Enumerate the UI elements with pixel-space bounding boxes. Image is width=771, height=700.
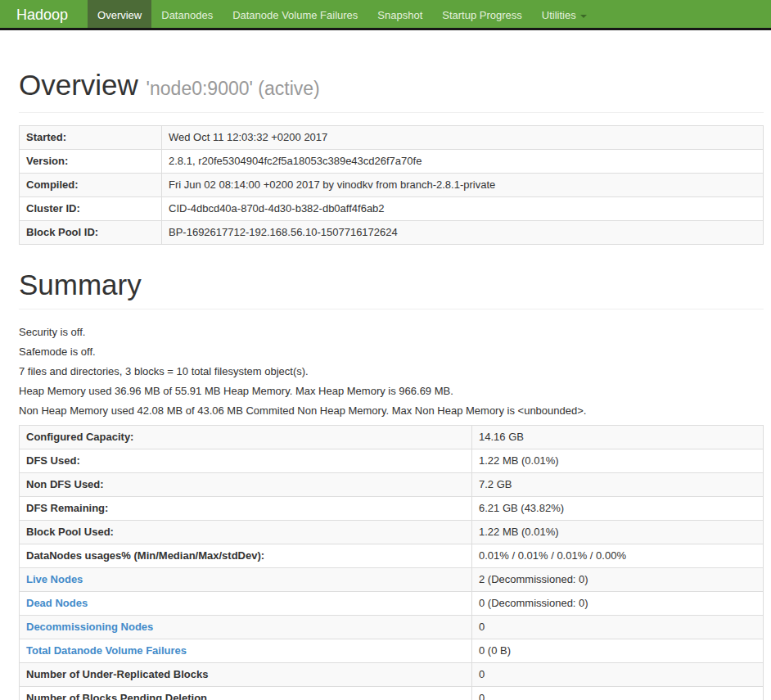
caret-down-icon: [580, 15, 587, 18]
nav-item-label: Startup Progress: [442, 9, 522, 21]
table-row: Block Pool Used: 1.22 MB (0.01%): [20, 521, 764, 544]
nav-item-utilities-dropdown[interactable]: Utilities: [532, 0, 597, 28]
summary-header: Summary: [19, 269, 764, 309]
row-value: 0 (0 B): [472, 639, 764, 663]
row-value: 0: [472, 663, 764, 687]
row-label: Number of Blocks Pending Deletion: [20, 687, 472, 700]
navbar-menu: Overview Datanodes Datanode Volume Failu…: [88, 0, 597, 28]
table-row: Cluster ID: CID-4dbcd40a-870d-4d30-b382-…: [20, 197, 764, 221]
table-row: DFS Remaining: 6.21 GB (43.82%): [20, 497, 764, 521]
table-row: Compiled: Fri Jun 02 08:14:00 +0200 2017…: [20, 174, 764, 197]
page-title: Overview 'node0:9000' (active): [19, 70, 764, 104]
row-label: Dead Nodes: [20, 592, 472, 616]
navbar-brand[interactable]: Hadoop: [0, 0, 81, 28]
nav-item-startup-progress[interactable]: Startup Progress: [432, 0, 532, 28]
row-label: Non DFS Used:: [20, 473, 472, 497]
table-row: Dead Nodes 0 (Decommissioned: 0): [20, 592, 764, 616]
row-value: 1.22 MB (0.01%): [472, 449, 764, 473]
row-label: Decommissioning Nodes: [20, 616, 472, 639]
row-label: Version:: [20, 150, 162, 174]
nav-item-label: Utilities: [542, 9, 576, 21]
summary-title: Summary: [19, 269, 764, 300]
table-row: Number of Blocks Pending Deletion 0: [20, 687, 764, 700]
nav-item-label: Overview: [97, 9, 142, 21]
row-label: Configured Capacity:: [20, 426, 472, 449]
table-row: Live Nodes 2 (Decommissioned: 0): [20, 568, 764, 592]
row-value: 6.21 GB (43.82%): [472, 497, 764, 521]
total-datanode-volume-failures-link[interactable]: Total Datanode Volume Failures: [26, 644, 187, 657]
heap-memory-status: Heap Memory used 36.96 MB of 55.91 MB He…: [19, 386, 764, 397]
row-label: Total Datanode Volume Failures: [20, 639, 472, 663]
table-row: DFS Used: 1.22 MB (0.01%): [20, 449, 764, 473]
row-value: 2.8.1, r20fe5304904fc2f5a18053c389e43cd2…: [162, 150, 764, 174]
row-value: 0: [472, 616, 764, 639]
row-value: 0 (Decommissioned: 0): [472, 592, 764, 616]
live-nodes-link[interactable]: Live Nodes: [26, 573, 83, 585]
nav-item-datanodes[interactable]: Datanodes: [151, 0, 223, 28]
row-value: 2 (Decommissioned: 0): [472, 568, 764, 592]
table-row: Number of Under-Replicated Blocks 0: [20, 663, 764, 687]
table-row: Total Datanode Volume Failures 0 (0 B): [20, 639, 764, 663]
nav-item-overview[interactable]: Overview: [88, 0, 151, 28]
summary-table: Configured Capacity: 14.16 GB DFS Used: …: [19, 425, 764, 700]
page-content: Overview 'node0:9000' (active) Started: …: [19, 70, 764, 700]
table-row: Block Pool ID: BP-1692617712-192.168.56.…: [20, 221, 764, 245]
security-status: Security is off.: [19, 327, 764, 338]
row-label: Block Pool Used:: [20, 521, 472, 544]
table-row: DataNodes usages% (Min/Median/Max/stdDev…: [20, 544, 764, 568]
nav-item-label: Snapshot: [377, 9, 422, 21]
dead-nodes-link[interactable]: Dead Nodes: [26, 597, 88, 609]
nav-item-label: Datanodes: [161, 9, 213, 21]
table-row: Started: Wed Oct 11 12:03:32 +0200 2017: [20, 126, 764, 150]
nav-item-snapshot[interactable]: Snapshot: [367, 0, 432, 28]
row-label: Cluster ID:: [20, 197, 162, 221]
row-value: BP-1692617712-192.168.56.10-150771617262…: [162, 221, 764, 245]
safemode-status: Safemode is off.: [19, 346, 764, 358]
row-label: Started:: [20, 126, 162, 150]
page-title-text: Overview: [19, 69, 138, 101]
row-label: DataNodes usages% (Min/Median/Max/stdDev…: [20, 544, 472, 568]
decommissioning-nodes-link[interactable]: Decommissioning Nodes: [26, 621, 153, 633]
table-row: Version: 2.8.1, r20fe5304904fc2f5a18053c…: [20, 150, 764, 174]
row-value: CID-4dbcd40a-870d-4d30-b382-db0aff4f6ab2: [162, 197, 764, 221]
row-label: Compiled:: [20, 174, 162, 197]
table-row: Configured Capacity: 14.16 GB: [20, 426, 764, 449]
non-heap-memory-status: Non Heap Memory used 42.08 MB of 43.06 M…: [19, 405, 764, 417]
row-value: 1.22 MB (0.01%): [472, 521, 764, 544]
row-value: 0.01% / 0.01% / 0.01% / 0.00%: [472, 544, 764, 568]
nav-item-datanode-volume-failures[interactable]: Datanode Volume Failures: [223, 0, 367, 28]
table-row: Non DFS Used: 7.2 GB: [20, 473, 764, 497]
row-value: 14.16 GB: [472, 426, 764, 449]
row-label: Live Nodes: [20, 568, 472, 592]
namenode-address-label: 'node0:9000' (active): [147, 78, 320, 99]
navbar: Hadoop Overview Datanodes Datanode Volum…: [0, 0, 771, 30]
row-value: Wed Oct 11 12:03:32 +0200 2017: [162, 126, 764, 150]
row-value: Fri Jun 02 08:14:00 +0200 2017 by vinodk…: [162, 174, 764, 197]
row-label: DFS Used:: [20, 449, 472, 473]
filesystem-objects-status: 7 files and directories, 3 blocks = 10 t…: [19, 366, 764, 377]
row-value: 7.2 GB: [472, 473, 764, 497]
row-value: 0: [472, 687, 764, 700]
nav-item-label: Datanode Volume Failures: [232, 9, 358, 21]
overview-header: Overview 'node0:9000' (active): [19, 70, 764, 113]
table-row: Decommissioning Nodes 0: [20, 616, 764, 639]
row-label: DFS Remaining:: [20, 497, 472, 521]
row-label: Block Pool ID:: [20, 221, 162, 245]
overview-table: Started: Wed Oct 11 12:03:32 +0200 2017 …: [19, 125, 764, 245]
row-label: Number of Under-Replicated Blocks: [20, 663, 472, 687]
summary-status-text: Security is off. Safemode is off. 7 file…: [19, 327, 764, 417]
